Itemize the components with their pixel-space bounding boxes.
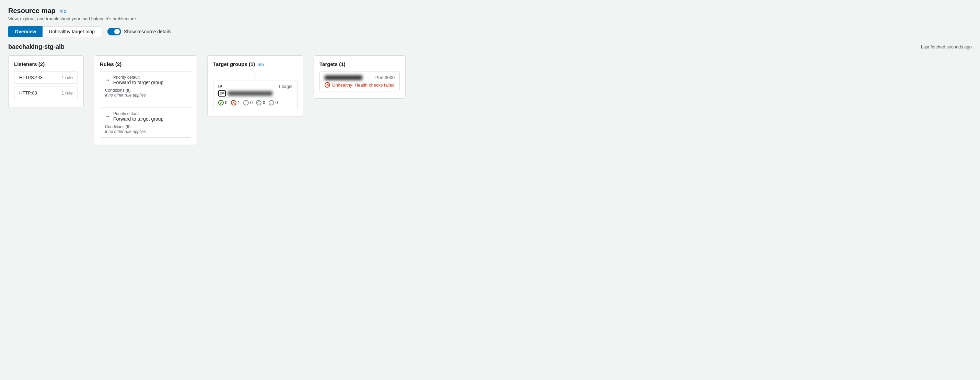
unhealthy-count: 1 [238,100,240,105]
subtitle: View, explore, and troubleshoot your loa… [8,16,972,21]
tg-ip-badge: IP [218,90,226,97]
rule-separator [100,103,191,107]
show-resource-details-toggle[interactable] [107,28,121,35]
last-fetched: Last fetched seconds ago [921,44,972,49]
pending-icon: … [243,100,249,105]
tg-name-redacted [228,91,272,96]
rule-2-priority: Priority default [113,111,163,116]
tg-target-count: 1 target [278,84,292,89]
unhealthy-count-icon: ✕ [231,100,236,105]
resource-map-diagram: Listeners (2) HTTPS:443 1 rule HTTP:80 1… [8,55,972,152]
rule-2-header: → Priority default Forward to target gro… [105,111,186,121]
targets-card: Targets (1) Port 3000 ✕ Unhealthy: Healt… [313,55,406,99]
unused-count: 0 [275,100,278,105]
rule-2-arrow-icon: → [105,113,110,120]
target-status: ✕ Unhealthy: Health checks failed [325,82,395,88]
listeners-list: HTTPS:443 1 rule HTTP:80 1 rule [14,71,78,99]
rule-1-condition-label: Conditions (If) [105,88,186,93]
target-ip-redacted [325,75,362,80]
draining-icon: ⏱ [256,100,261,105]
listener-http[interactable]: HTTP:80 1 rule [14,86,78,99]
tg-type: IP [218,84,222,89]
listener-https-rule: 1 rule [61,75,73,80]
toggle-track [107,28,121,35]
unhealthy-target-map-button[interactable]: Unhealthy target map [43,26,101,37]
target-groups-info-link[interactable]: Info [256,62,264,67]
rule-item-2[interactable]: → Priority default Forward to target gro… [100,107,191,138]
target-port: Port 3000 [375,75,395,80]
listeners-title: Listeners (2) [14,61,78,67]
resource-name-row: baechaking-stg-alb Last fetched seconds … [8,43,972,51]
header: Resource map Info View, explore, and tro… [8,7,972,21]
three-dots-menu: ⋮ [213,71,298,79]
tg-header: IP 1 target [218,84,292,89]
rule-2-condition-value: If no other rule applies [105,129,186,134]
rule-1-condition-value: If no other rule applies [105,93,186,97]
rule-1-priority: Priority default [113,75,163,80]
pending-count: 0 [250,100,253,105]
toolbar: Overview Unhealthy target map Show resou… [8,26,972,37]
rule-2-condition-label: Conditions (If) [105,125,186,129]
listener-http-rule: 1 rule [61,90,73,96]
healthy-count: 0 [225,100,228,105]
target-item[interactable]: Port 3000 ✕ Unhealthy: Health checks fai… [320,71,400,91]
listeners-card: Listeners (2) HTTPS:443 1 rule HTTP:80 1… [8,55,84,108]
tg-name-row: IP [218,90,292,97]
target-ip-row: Port 3000 [325,75,395,80]
listener-https[interactable]: HTTPS:443 1 rule [14,71,78,84]
targets-title: Targets (1) [320,61,400,67]
listener-https-name: HTTPS:443 [19,75,43,80]
target-group-item[interactable]: IP 1 target IP ✓ 0 ✕ 1 [213,80,298,109]
unused-icon: – [269,100,274,105]
tg-stat-unhealthy: ✕ 1 [231,100,240,105]
rules-card: Rules (2) → Priority default Forward to … [94,55,197,145]
show-resource-details-toggle-group: Show resource details [107,28,171,35]
page-title: Resource map [8,7,56,15]
page-container: Resource map Info View, explore, and tro… [0,0,980,159]
target-groups-card: Target groups (1) Info ⋮ IP 1 target IP … [207,55,303,117]
healthy-icon: ✓ [218,100,224,105]
tg-stat-healthy: ✓ 0 [218,100,228,105]
toggle-label: Show resource details [124,29,171,34]
tg-stats: ✓ 0 ✕ 1 … 0 ⏱ 0 [218,100,292,105]
rule-1-header: → Priority default Forward to target gro… [105,75,186,85]
title-info-link[interactable]: Info [58,8,66,14]
target-unhealthy-icon: ✕ [325,82,330,88]
rule-item-1[interactable]: → Priority default Forward to target gro… [100,71,191,101]
tg-stat-draining: ⏱ 0 [256,100,265,105]
tg-stat-pending: … 0 [243,100,253,105]
draining-count: 0 [263,100,265,105]
rules-title: Rules (2) [100,61,191,67]
target-groups-title: Target groups (1) Info [213,61,298,67]
overview-button[interactable]: Overview [8,26,43,37]
toggle-thumb [114,29,120,34]
rule-1-arrow-icon: → [105,77,110,83]
tg-stat-unused: – 0 [269,100,278,105]
rule-2-action: Forward to target group [113,116,163,121]
rule-1-action: Forward to target group [113,80,163,85]
resource-name: baechaking-stg-alb [8,43,65,51]
title-row: Resource map Info [8,7,972,15]
listener-http-name: HTTP:80 [19,90,37,96]
target-status-text: Unhealthy: Health checks failed [332,83,395,88]
